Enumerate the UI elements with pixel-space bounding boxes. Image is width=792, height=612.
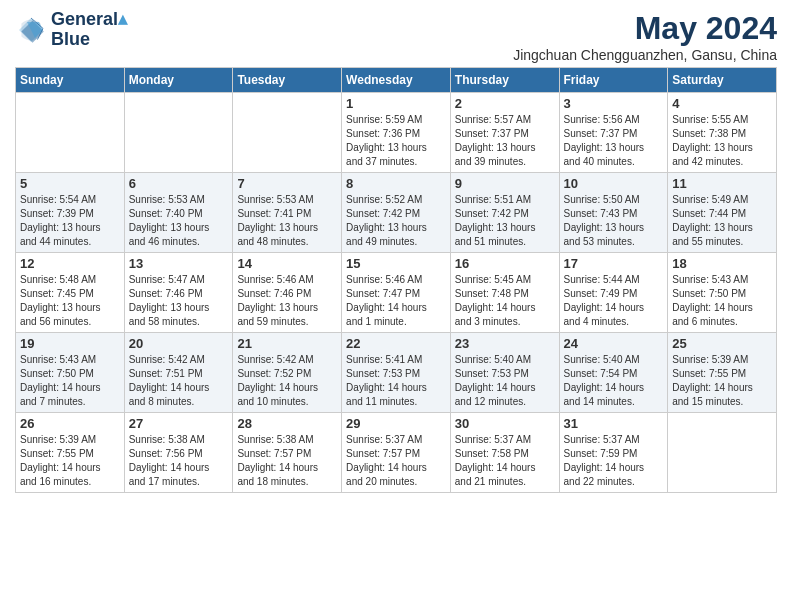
calendar-cell: 1Sunrise: 5:59 AM Sunset: 7:36 PM Daylig… <box>342 93 451 173</box>
calendar-cell: 31Sunrise: 5:37 AM Sunset: 7:59 PM Dayli… <box>559 413 668 493</box>
day-number: 9 <box>455 176 555 191</box>
day-number: 2 <box>455 96 555 111</box>
calendar-cell <box>233 93 342 173</box>
title-block: May 2024 Jingchuan Chengguanzhen, Gansu,… <box>513 10 777 63</box>
calendar-cell: 21Sunrise: 5:42 AM Sunset: 7:52 PM Dayli… <box>233 333 342 413</box>
subtitle: Jingchuan Chengguanzhen, Gansu, China <box>513 47 777 63</box>
calendar-cell: 28Sunrise: 5:38 AM Sunset: 7:57 PM Dayli… <box>233 413 342 493</box>
calendar-cell: 5Sunrise: 5:54 AM Sunset: 7:39 PM Daylig… <box>16 173 125 253</box>
day-number: 26 <box>20 416 120 431</box>
day-number: 21 <box>237 336 337 351</box>
day-number: 8 <box>346 176 446 191</box>
day-number: 18 <box>672 256 772 271</box>
calendar-cell: 27Sunrise: 5:38 AM Sunset: 7:56 PM Dayli… <box>124 413 233 493</box>
day-header-tuesday: Tuesday <box>233 68 342 93</box>
day-number: 22 <box>346 336 446 351</box>
day-number: 12 <box>20 256 120 271</box>
day-number: 17 <box>564 256 664 271</box>
day-info: Sunrise: 5:39 AM Sunset: 7:55 PM Dayligh… <box>20 433 120 489</box>
day-number: 31 <box>564 416 664 431</box>
calendar-week-3: 12Sunrise: 5:48 AM Sunset: 7:45 PM Dayli… <box>16 253 777 333</box>
calendar-cell: 17Sunrise: 5:44 AM Sunset: 7:49 PM Dayli… <box>559 253 668 333</box>
calendar-cell: 25Sunrise: 5:39 AM Sunset: 7:55 PM Dayli… <box>668 333 777 413</box>
day-info: Sunrise: 5:38 AM Sunset: 7:57 PM Dayligh… <box>237 433 337 489</box>
calendar: SundayMondayTuesdayWednesdayThursdayFrid… <box>15 67 777 493</box>
calendar-cell: 7Sunrise: 5:53 AM Sunset: 7:41 PM Daylig… <box>233 173 342 253</box>
logo-icon <box>15 14 47 46</box>
calendar-week-5: 26Sunrise: 5:39 AM Sunset: 7:55 PM Dayli… <box>16 413 777 493</box>
day-header-saturday: Saturday <box>668 68 777 93</box>
day-number: 13 <box>129 256 229 271</box>
day-info: Sunrise: 5:46 AM Sunset: 7:47 PM Dayligh… <box>346 273 446 329</box>
calendar-cell: 29Sunrise: 5:37 AM Sunset: 7:57 PM Dayli… <box>342 413 451 493</box>
day-info: Sunrise: 5:37 AM Sunset: 7:57 PM Dayligh… <box>346 433 446 489</box>
calendar-cell: 11Sunrise: 5:49 AM Sunset: 7:44 PM Dayli… <box>668 173 777 253</box>
day-info: Sunrise: 5:49 AM Sunset: 7:44 PM Dayligh… <box>672 193 772 249</box>
day-header-sunday: Sunday <box>16 68 125 93</box>
calendar-cell: 10Sunrise: 5:50 AM Sunset: 7:43 PM Dayli… <box>559 173 668 253</box>
calendar-cell: 15Sunrise: 5:46 AM Sunset: 7:47 PM Dayli… <box>342 253 451 333</box>
day-number: 14 <box>237 256 337 271</box>
day-header-monday: Monday <box>124 68 233 93</box>
day-number: 30 <box>455 416 555 431</box>
day-number: 19 <box>20 336 120 351</box>
calendar-cell: 8Sunrise: 5:52 AM Sunset: 7:42 PM Daylig… <box>342 173 451 253</box>
calendar-cell: 26Sunrise: 5:39 AM Sunset: 7:55 PM Dayli… <box>16 413 125 493</box>
day-header-friday: Friday <box>559 68 668 93</box>
day-info: Sunrise: 5:43 AM Sunset: 7:50 PM Dayligh… <box>672 273 772 329</box>
day-number: 23 <box>455 336 555 351</box>
day-info: Sunrise: 5:39 AM Sunset: 7:55 PM Dayligh… <box>672 353 772 409</box>
day-number: 29 <box>346 416 446 431</box>
day-info: Sunrise: 5:40 AM Sunset: 7:53 PM Dayligh… <box>455 353 555 409</box>
calendar-cell: 14Sunrise: 5:46 AM Sunset: 7:46 PM Dayli… <box>233 253 342 333</box>
day-number: 20 <box>129 336 229 351</box>
day-info: Sunrise: 5:44 AM Sunset: 7:49 PM Dayligh… <box>564 273 664 329</box>
page-header: General▴ Blue May 2024 Jingchuan Chenggu… <box>15 10 777 63</box>
day-number: 24 <box>564 336 664 351</box>
calendar-cell: 20Sunrise: 5:42 AM Sunset: 7:51 PM Dayli… <box>124 333 233 413</box>
day-info: Sunrise: 5:59 AM Sunset: 7:36 PM Dayligh… <box>346 113 446 169</box>
day-info: Sunrise: 5:53 AM Sunset: 7:41 PM Dayligh… <box>237 193 337 249</box>
day-number: 1 <box>346 96 446 111</box>
calendar-cell <box>124 93 233 173</box>
day-number: 3 <box>564 96 664 111</box>
day-info: Sunrise: 5:40 AM Sunset: 7:54 PM Dayligh… <box>564 353 664 409</box>
day-number: 27 <box>129 416 229 431</box>
day-info: Sunrise: 5:38 AM Sunset: 7:56 PM Dayligh… <box>129 433 229 489</box>
day-number: 11 <box>672 176 772 191</box>
day-info: Sunrise: 5:37 AM Sunset: 7:58 PM Dayligh… <box>455 433 555 489</box>
calendar-cell <box>16 93 125 173</box>
day-info: Sunrise: 5:47 AM Sunset: 7:46 PM Dayligh… <box>129 273 229 329</box>
day-number: 10 <box>564 176 664 191</box>
calendar-cell: 18Sunrise: 5:43 AM Sunset: 7:50 PM Dayli… <box>668 253 777 333</box>
day-number: 5 <box>20 176 120 191</box>
day-info: Sunrise: 5:42 AM Sunset: 7:52 PM Dayligh… <box>237 353 337 409</box>
day-number: 28 <box>237 416 337 431</box>
day-header-thursday: Thursday <box>450 68 559 93</box>
day-info: Sunrise: 5:42 AM Sunset: 7:51 PM Dayligh… <box>129 353 229 409</box>
calendar-cell: 22Sunrise: 5:41 AM Sunset: 7:53 PM Dayli… <box>342 333 451 413</box>
calendar-cell: 24Sunrise: 5:40 AM Sunset: 7:54 PM Dayli… <box>559 333 668 413</box>
calendar-cell: 2Sunrise: 5:57 AM Sunset: 7:37 PM Daylig… <box>450 93 559 173</box>
calendar-week-1: 1Sunrise: 5:59 AM Sunset: 7:36 PM Daylig… <box>16 93 777 173</box>
day-info: Sunrise: 5:46 AM Sunset: 7:46 PM Dayligh… <box>237 273 337 329</box>
calendar-cell <box>668 413 777 493</box>
calendar-week-2: 5Sunrise: 5:54 AM Sunset: 7:39 PM Daylig… <box>16 173 777 253</box>
calendar-cell: 12Sunrise: 5:48 AM Sunset: 7:45 PM Dayli… <box>16 253 125 333</box>
day-number: 6 <box>129 176 229 191</box>
calendar-cell: 3Sunrise: 5:56 AM Sunset: 7:37 PM Daylig… <box>559 93 668 173</box>
day-info: Sunrise: 5:56 AM Sunset: 7:37 PM Dayligh… <box>564 113 664 169</box>
day-number: 16 <box>455 256 555 271</box>
calendar-cell: 13Sunrise: 5:47 AM Sunset: 7:46 PM Dayli… <box>124 253 233 333</box>
day-number: 7 <box>237 176 337 191</box>
logo: General▴ Blue <box>15 10 127 50</box>
day-info: Sunrise: 5:54 AM Sunset: 7:39 PM Dayligh… <box>20 193 120 249</box>
day-info: Sunrise: 5:57 AM Sunset: 7:37 PM Dayligh… <box>455 113 555 169</box>
main-title: May 2024 <box>513 10 777 47</box>
day-info: Sunrise: 5:55 AM Sunset: 7:38 PM Dayligh… <box>672 113 772 169</box>
day-info: Sunrise: 5:37 AM Sunset: 7:59 PM Dayligh… <box>564 433 664 489</box>
calendar-week-4: 19Sunrise: 5:43 AM Sunset: 7:50 PM Dayli… <box>16 333 777 413</box>
day-info: Sunrise: 5:50 AM Sunset: 7:43 PM Dayligh… <box>564 193 664 249</box>
day-info: Sunrise: 5:53 AM Sunset: 7:40 PM Dayligh… <box>129 193 229 249</box>
day-number: 4 <box>672 96 772 111</box>
